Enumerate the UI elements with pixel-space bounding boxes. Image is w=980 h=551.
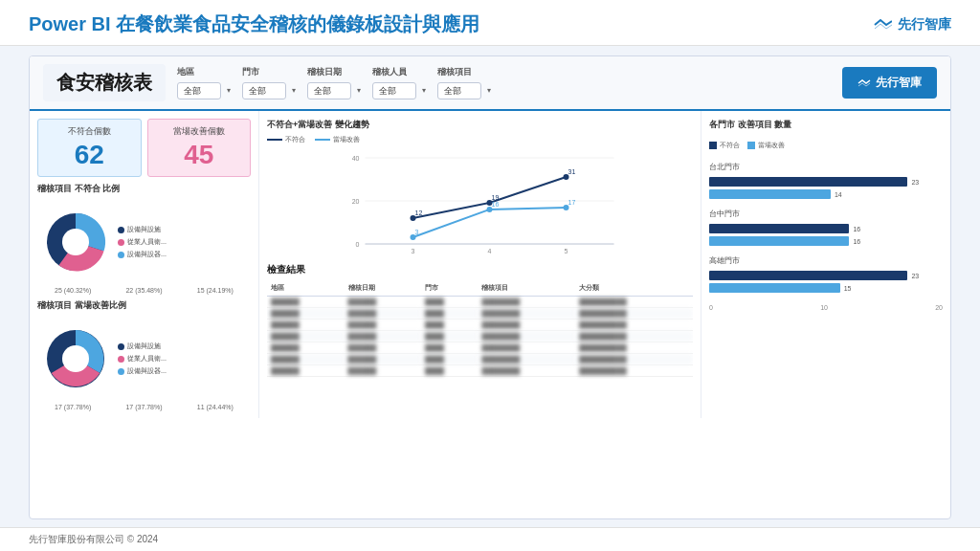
table-cell-2-2: ████ (421, 320, 478, 331)
bar-fill-taichung-onsite (709, 236, 849, 246)
svg-text:5: 5 (565, 248, 568, 253)
bar-row-taichung-1: 16 (709, 236, 943, 246)
pie2-legend-item-2: 設備與設器... (118, 366, 167, 376)
header-brand-text: 先行智庫 (898, 16, 951, 33)
table-cell-4-0: ██████ (267, 342, 345, 354)
pie2-pct-2: 11 (24.44%) (197, 404, 234, 410)
axis-label-0: 0 (709, 304, 713, 311)
bar-legend-label-nonconform: 不符合 (720, 141, 740, 150)
dashboard-card: 食安稽核表 地區 全部 門市 (29, 55, 951, 519)
table-cell-6-2: ████ (421, 365, 478, 377)
table-cell-0-3: ████████ (478, 297, 575, 308)
trend-legend-nonconform: 不符合 (267, 135, 305, 144)
bar-legend-box-nonconform (709, 142, 717, 149)
table-cell-6-0: ██████ (267, 365, 345, 377)
pie2-dot-1 (118, 356, 124, 363)
pie2-title: 稽核項目 當場改善比例 (37, 299, 251, 312)
table-cell-0-4: ██████████ (575, 297, 693, 308)
footer-text: 先行智庫股份有限公司 © 2024 (29, 534, 158, 544)
table-cell-5-4: ██████████ (575, 354, 693, 365)
svg-text:3: 3 (415, 229, 419, 235)
trend-legend-onsite-label: 當場改善 (333, 135, 360, 144)
pie1-container: 設備與設施 從業人員衛... 設備與設器... (37, 199, 251, 285)
table-cell-5-2: ████ (421, 354, 478, 365)
bar-val-taichung-onsite: 16 (853, 238, 860, 245)
bar-row-taipei-1: 14 (709, 189, 943, 199)
bar-fill-taipei-nonconform (709, 177, 907, 187)
svg-text:4: 4 (488, 248, 492, 253)
table-cell-4-2: ████ (421, 342, 478, 354)
bar-val-taipei-onsite: 14 (835, 191, 842, 198)
right-column: 各門市 改善項目 數量 不符合 當場改善 (702, 111, 950, 418)
table-cell-2-3: ████████ (478, 320, 575, 331)
filter-region-label: 地區 (177, 66, 234, 78)
svg-text:12: 12 (415, 209, 423, 216)
pie2-label-1: 從業人員衛... (127, 354, 167, 364)
filter-item-label: 稽核項目 (437, 66, 495, 78)
filter-auditor[interactable]: 稽核人員 全部 (372, 66, 430, 99)
bar-legend-box-onsite (747, 142, 755, 149)
filter-store[interactable]: 門市 全部 (242, 66, 300, 99)
table-cell-3-0: ██████ (267, 331, 345, 342)
filter-item-select[interactable]: 全部 (437, 82, 481, 99)
kpi-onsite-label: 當場改善個數 (156, 125, 243, 138)
table-cell-3-3: ████████ (478, 331, 575, 342)
brand-button-icon (858, 78, 871, 88)
table-row: ██████████████████████████████████ (267, 342, 693, 354)
table-cell-0-0: ██████ (267, 297, 345, 308)
table-cell-4-3: ████████ (478, 342, 575, 354)
filter-region[interactable]: 地區 全部 (177, 66, 234, 99)
table-cell-6-3: ████████ (478, 365, 575, 377)
pie2-label-0: 設備與設施 (127, 342, 161, 351)
table-cell-6-1: ██████ (345, 365, 422, 377)
pie1-dot-0 (118, 227, 124, 233)
pie1-legend-item-0: 設備與設施 (118, 225, 167, 234)
pie2-legend-item-1: 從業人員衛... (118, 354, 167, 364)
pie1-title: 稽核項目 不符合 比例 (37, 183, 251, 195)
bar-val-kaohsiung-nonconform: 23 (911, 273, 919, 279)
col-date: 稽核日期 (345, 280, 422, 297)
trend-chart-svg: 40 20 0 3 4 5 2024 (267, 148, 693, 253)
pie2-pct-labels: 17 (37.78%) 17 (37.78%) 11 (24.44%) (37, 404, 251, 410)
pie2-dot-2 (118, 368, 124, 375)
table-cell-3-2: ████ (421, 331, 478, 342)
table-cell-3-1: ██████ (345, 331, 422, 342)
trend-line-nonconform (267, 139, 282, 141)
table-row: ██████████████████████████████████ (267, 297, 693, 308)
pie1-pct-1: 22 (35.48%) (125, 287, 162, 294)
pie1-pct-2: 15 (24.19%) (197, 287, 234, 294)
pie2-pct-1: 17 (37.78%) (125, 404, 162, 410)
pie2-legend: 設備與設施 從業人員衛... 設備與設器... (118, 342, 167, 376)
trend-legend: 不符合 當場改善 (267, 135, 693, 144)
brand-button[interactable]: 先行智庫 (842, 67, 937, 99)
dashboard-card-title: 食安稽核表 (43, 64, 166, 101)
filter-item[interactable]: 稽核項目 全部 (437, 66, 495, 99)
filter-store-select[interactable]: 全部 (242, 82, 286, 99)
table-row: ██████████████████████████████████ (267, 308, 693, 320)
filter-date-select[interactable]: 全部 (307, 82, 351, 99)
bar-group-taipei: 台北門市 23 14 (709, 162, 943, 199)
filter-auditor-select[interactable]: 全部 (372, 82, 416, 99)
bar-legend-label-onsite: 當場改善 (758, 141, 785, 150)
pie1-label-1: 從業人員衛... (127, 237, 167, 247)
bar-row-kaohsiung-1: 15 (709, 283, 943, 293)
filter-group: 地區 全部 門市 全部 (177, 66, 831, 99)
table-cell-5-0: ██████ (267, 354, 345, 365)
bar-fill-kaohsiung-nonconform (709, 271, 907, 280)
svg-text:0: 0 (356, 241, 360, 248)
bar-axis: 0 10 20 (709, 304, 943, 311)
trend-section: 不符合+當場改善 變化趨勢 不符合 當場改善 (267, 119, 693, 257)
table-cell-1-2: ████ (421, 308, 478, 320)
bar-legend-onsite: 當場改善 (747, 141, 785, 150)
mid-column: 不符合+當場改善 變化趨勢 不符合 當場改善 (259, 111, 702, 418)
pie1-legend: 設備與設施 從業人員衛... 設備與設器... (118, 225, 167, 259)
col-region: 地區 (267, 280, 345, 297)
pie1-pct-0: 25 (40.32%) (55, 287, 91, 294)
bar-chart-area: 台北門市 23 14 台中門市 (709, 162, 943, 293)
svg-text:16: 16 (492, 201, 500, 208)
filter-date[interactable]: 稽核日期 全部 (307, 66, 365, 99)
table-cell-1-0: ██████ (267, 308, 345, 320)
bar-row-taipei-0: 23 (709, 177, 943, 187)
col-category: 大分類 (575, 280, 693, 297)
filter-region-select[interactable]: 全部 (177, 82, 221, 99)
